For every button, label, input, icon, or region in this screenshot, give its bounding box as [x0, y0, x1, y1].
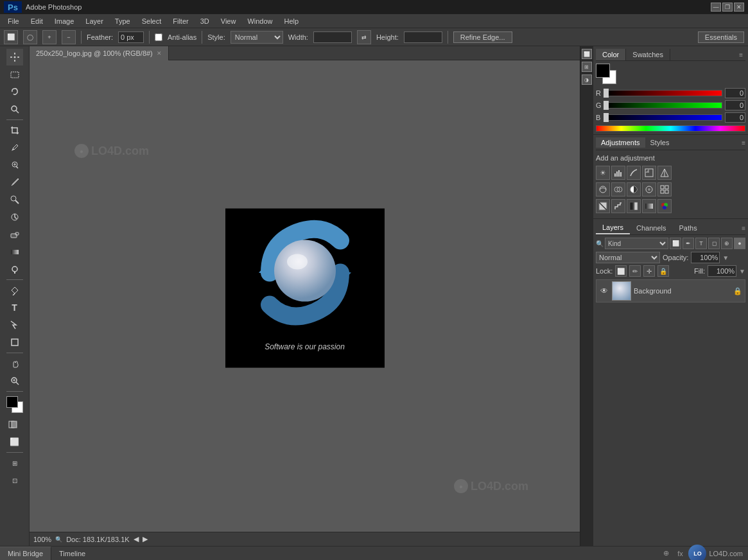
foreground-color[interactable] — [6, 396, 18, 408]
swap-dimensions-button[interactable]: ⇄ — [357, 30, 371, 44]
layer-row-background[interactable]: 👁 Background 🔒 — [596, 279, 745, 302]
adj-invert[interactable] — [596, 199, 610, 213]
opacity-input[interactable] — [691, 252, 720, 263]
filter-adj[interactable]: ✒ — [683, 238, 694, 249]
status-arrow-left[interactable]: ◀ — [134, 535, 139, 543]
layer-visibility-bg[interactable]: 👁 — [599, 286, 609, 296]
close-button[interactable]: ✕ — [734, 3, 744, 12]
lock-all[interactable]: 🔒 — [657, 265, 669, 277]
green-slider[interactable] — [606, 102, 722, 109]
adjustments-tab[interactable]: Adjustments — [596, 137, 645, 148]
color-swatch[interactable] — [6, 396, 23, 413]
menu-layer[interactable]: Layer — [80, 16, 109, 26]
marquee-subtract[interactable]: − — [62, 30, 76, 44]
panel-icon-3[interactable]: ◑ — [582, 74, 592, 85]
adj-brightness[interactable]: ☀ — [596, 166, 610, 180]
tool-text[interactable]: T — [6, 299, 23, 316]
tool-lasso[interactable] — [6, 83, 23, 100]
marquee-shape-rect[interactable]: ⬜ — [4, 30, 18, 44]
swatches-tab[interactable]: Swatches — [626, 49, 670, 60]
red-thumb[interactable] — [604, 89, 609, 98]
document-tab[interactable]: 250x250_logo.jpg @ 100% (RGB/8#) ✕ — [30, 46, 169, 60]
tool-pen[interactable] — [6, 282, 23, 299]
tool-eyedropper[interactable] — [6, 139, 23, 156]
filter-toggle[interactable]: ● — [734, 238, 745, 249]
panel-icon-1[interactable]: ⬜ — [582, 49, 592, 59]
tool-hand[interactable] — [6, 355, 23, 372]
timeline-tab[interactable]: Timeline — [51, 547, 93, 560]
adj-curves[interactable] — [627, 166, 641, 180]
style-select[interactable]: Normal Fixed Ratio Fixed Size — [230, 31, 283, 44]
blue-value[interactable] — [725, 112, 745, 123]
minimize-button[interactable]: — — [711, 3, 721, 12]
color-spectrum[interactable] — [596, 125, 745, 132]
screen-mode-button[interactable]: ⬜ — [6, 433, 23, 450]
panel-icon-2[interactable]: ⊞ — [582, 62, 592, 72]
red-value[interactable] — [725, 88, 745, 98]
tool-crop[interactable] — [6, 122, 23, 139]
marquee-shape-round[interactable]: ◯ — [23, 30, 37, 44]
menu-3d[interactable]: 3D — [195, 16, 214, 26]
fg-bg-swatches[interactable] — [596, 64, 616, 84]
tool-brush[interactable] — [6, 174, 23, 191]
bottom-fx-icon[interactable]: fx — [674, 548, 686, 559]
adj-hue[interactable] — [596, 182, 610, 197]
adj-selective-color[interactable] — [657, 199, 672, 213]
tool-shape[interactable] — [6, 334, 23, 351]
menu-file[interactable]: File — [3, 16, 24, 26]
red-slider[interactable] — [606, 90, 722, 96]
doc-tab-close[interactable]: ✕ — [157, 50, 162, 57]
menu-image[interactable]: Image — [49, 16, 80, 26]
tool-dodge[interactable] — [6, 261, 23, 277]
tool-quick-select[interactable] — [6, 101, 23, 118]
tool-marquee[interactable] — [6, 66, 23, 83]
menu-view[interactable]: View — [216, 16, 241, 26]
extra-tool-2[interactable]: ⊡ — [6, 472, 23, 489]
tool-gradient[interactable] — [6, 243, 23, 260]
menu-window[interactable]: Window — [242, 16, 277, 26]
width-input[interactable] — [313, 31, 352, 43]
anti-alias-checkbox[interactable] — [155, 33, 162, 41]
adjustments-collapse[interactable]: ≡ — [742, 139, 745, 146]
filter-shape[interactable]: ◻ — [708, 238, 720, 249]
tool-move[interactable] — [6, 49, 23, 66]
filter-pixel[interactable]: ⬜ — [670, 238, 681, 249]
adj-bw[interactable] — [627, 182, 641, 197]
quick-mask-button[interactable] — [6, 416, 23, 433]
filter-smart[interactable]: ⊕ — [721, 238, 733, 249]
height-input[interactable] — [404, 31, 442, 43]
adj-vibrance[interactable] — [657, 166, 672, 180]
adj-exposure[interactable] — [642, 166, 656, 180]
essentials-button[interactable]: Essentials — [698, 31, 744, 43]
adj-channel-mixer[interactable] — [657, 182, 672, 197]
tool-path-select[interactable] — [6, 317, 23, 333]
menu-help[interactable]: Help — [279, 16, 304, 26]
opacity-arrow[interactable]: ▼ — [722, 254, 729, 261]
adj-levels[interactable] — [611, 166, 625, 180]
lock-image[interactable]: ✏ — [629, 265, 641, 277]
fill-input[interactable] — [708, 265, 736, 277]
blue-slider[interactable] — [606, 114, 722, 121]
filter-type[interactable]: T — [695, 238, 707, 249]
adj-posterize[interactable] — [611, 199, 625, 213]
menu-edit[interactable]: Edit — [26, 16, 48, 26]
adj-photo-filter[interactable] — [642, 182, 656, 197]
green-value[interactable] — [725, 100, 745, 110]
color-tab[interactable]: Color — [596, 49, 626, 60]
paths-tab[interactable]: Paths — [673, 222, 704, 234]
feather-input[interactable] — [118, 31, 144, 43]
blue-thumb[interactable] — [604, 113, 609, 122]
lock-position[interactable]: ✛ — [643, 265, 655, 277]
adj-threshold[interactable] — [627, 199, 641, 213]
channels-tab[interactable]: Channels — [630, 222, 672, 234]
layers-filter-select[interactable]: Kind Name Effect — [605, 238, 668, 249]
adj-gradient-map[interactable] — [642, 199, 656, 213]
extra-tool-1[interactable]: ⊞ — [6, 455, 23, 471]
tool-history[interactable] — [6, 209, 23, 225]
color-panel-collapse[interactable]: ≡ — [736, 50, 745, 60]
menu-type[interactable]: Type — [110, 16, 135, 26]
menu-filter[interactable]: Filter — [168, 16, 193, 26]
green-thumb[interactable] — [604, 101, 609, 110]
layers-collapse[interactable]: ≡ — [742, 225, 745, 232]
bottom-link-icon[interactable]: ⊕ — [660, 548, 672, 559]
